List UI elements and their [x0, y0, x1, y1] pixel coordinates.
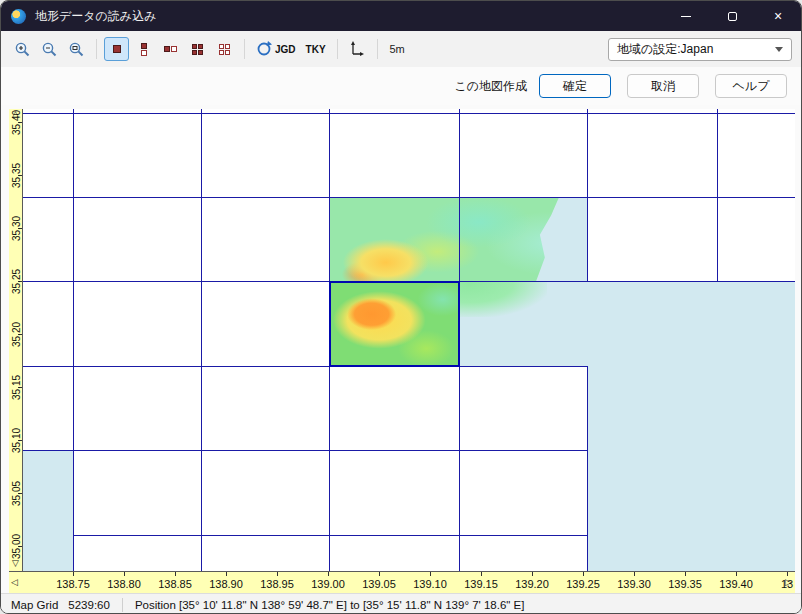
- tky-label: TKY: [306, 44, 326, 55]
- lon-tick: [634, 572, 635, 576]
- lon-tick: [328, 572, 329, 576]
- toolbar-separator: [244, 39, 245, 59]
- tile-1x2-icon: [141, 43, 147, 56]
- lon-tick: [73, 572, 74, 576]
- lon-tick-label: 139.20: [512, 578, 552, 590]
- selected-terrain-tile[interactable]: [329, 281, 460, 367]
- lon-tick: [226, 572, 227, 576]
- toolbar: JGD TKY 5m 地域の設定:Japan: [1, 31, 801, 67]
- terrain-data-region[interactable]: [329, 197, 587, 281]
- toolbar-separator: [337, 39, 338, 59]
- grid-line: [587, 366, 588, 571]
- zoom-region-button[interactable]: [64, 37, 89, 61]
- lat-tick-label: 35.05: [10, 474, 23, 514]
- scroll-left-arrow[interactable]: ◁: [11, 578, 18, 587]
- sea-region: [587, 366, 795, 571]
- lon-tick: [481, 572, 482, 576]
- lon-tick-label: 139.35: [665, 578, 705, 590]
- lon-tick-label: 138.85: [155, 578, 195, 590]
- axis-arrows-icon: [349, 41, 365, 57]
- sea-region: [23, 450, 73, 571]
- tile-mode-2x2-button[interactable]: [185, 37, 210, 61]
- grid-line: [23, 197, 795, 198]
- grid-line: [23, 450, 587, 451]
- region-combo[interactable]: 地域の設定:Japan: [608, 38, 792, 61]
- close-icon: ×: [774, 9, 782, 23]
- tile-mode-1x2-button[interactable]: [131, 37, 156, 61]
- lat-tick-label: 35.40: [10, 109, 23, 143]
- tile-grid-icon: [219, 44, 230, 55]
- lat-tick-label: 35.15: [10, 368, 23, 408]
- help-button[interactable]: ヘルプ: [715, 74, 787, 98]
- lon-tick-label: 138.95: [257, 578, 297, 590]
- grid-line: [587, 109, 588, 281]
- toolbar-separator: [377, 39, 378, 59]
- datum-convert-icon: [256, 41, 272, 57]
- tile-mode-grid-button[interactable]: [212, 37, 237, 61]
- lon-tick-label: 139.00: [308, 578, 348, 590]
- lon-tick-label: 139.05: [359, 578, 399, 590]
- grid-line: [201, 109, 202, 571]
- maximize-icon: [728, 12, 737, 21]
- lat-tick-label: 35.25: [10, 262, 23, 302]
- lon-tick-label: 138.75: [53, 578, 93, 590]
- lon-tick: [532, 572, 533, 576]
- grid-line: [23, 113, 795, 114]
- action-caption: この地図作成: [454, 78, 527, 95]
- resolution-label: 5m: [389, 43, 404, 55]
- lat-tick-label: 35.00: [10, 527, 23, 567]
- lon-tick-label: 139.10: [410, 578, 450, 590]
- grid-line: [73, 535, 587, 536]
- status-bar: Map Grid 5239:60 Position [35° 10' 11.8"…: [1, 593, 801, 614]
- jgd-label: JGD: [275, 44, 296, 55]
- lat-tick-label: 35.20: [10, 315, 23, 355]
- minimize-button[interactable]: [663, 1, 709, 31]
- lat-tick-label: 35.30: [10, 209, 23, 249]
- window-title: 地形データの読み込み: [35, 8, 156, 25]
- lon-tick: [685, 572, 686, 576]
- tile-mode-single-button[interactable]: [104, 37, 129, 61]
- title-bar[interactable]: 地形データの読み込み ×: [1, 1, 801, 31]
- lon-tick: [379, 572, 380, 576]
- tile-mode-2x1-button[interactable]: [158, 37, 183, 61]
- tile-single-icon: [113, 45, 121, 53]
- zoom-in-button[interactable]: [10, 37, 35, 61]
- coastline-sea: [525, 197, 587, 281]
- lon-tick: [736, 572, 737, 576]
- lon-tick: [277, 572, 278, 576]
- lon-tick-label: 139.40: [716, 578, 756, 590]
- grid-line: [23, 366, 587, 367]
- confirm-button[interactable]: 確定: [539, 74, 611, 98]
- lat-tick-label: 35.10: [10, 421, 23, 461]
- window-controls: ×: [663, 1, 801, 31]
- lon-tick-label: 138.80: [104, 578, 144, 590]
- axis-swap-button[interactable]: [345, 37, 370, 61]
- tile-2x1-icon: [164, 46, 177, 52]
- zoom-out-icon: [41, 41, 58, 58]
- coastal-terrain-patch: [459, 281, 547, 317]
- terrain-load-window: 地形データの読み込み ×: [0, 0, 802, 614]
- cancel-button[interactable]: 取消: [627, 74, 699, 98]
- lon-tick: [430, 572, 431, 576]
- lon-tick-label: 138.90: [206, 578, 246, 590]
- grid-line: [73, 109, 74, 571]
- lon-tick-label: 139.30: [614, 578, 654, 590]
- tile-2x2-icon: [192, 44, 203, 55]
- datum-tky-button[interactable]: TKY: [302, 37, 330, 61]
- map-canvas[interactable]: [23, 109, 795, 571]
- zoom-in-icon: [14, 41, 31, 58]
- resolution-button[interactable]: 5m: [385, 37, 410, 61]
- chevron-down-icon: [775, 47, 783, 52]
- toolbar-separator: [96, 39, 97, 59]
- lon-tick-label: 139.25: [563, 578, 603, 590]
- lat-tick-label: 35.35: [10, 156, 23, 196]
- status-separator: [122, 598, 123, 612]
- lon-tick: [124, 572, 125, 576]
- maximize-button[interactable]: [709, 1, 755, 31]
- close-button[interactable]: ×: [755, 1, 801, 31]
- lon-ruler: ◁ ▷ 138.75138.80138.85138.90138.95139.00…: [9, 571, 795, 593]
- zoom-out-button[interactable]: [37, 37, 62, 61]
- position-text: Position [35° 10' 11.8" N 138° 59' 48.7"…: [135, 599, 525, 611]
- datum-jgd-button[interactable]: JGD: [252, 37, 300, 61]
- lon-tick: [787, 572, 788, 576]
